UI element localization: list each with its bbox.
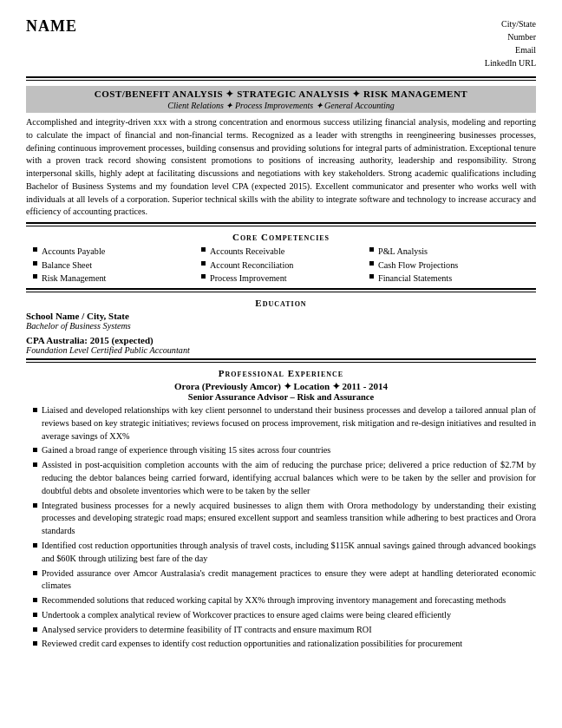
bullet-icon	[33, 274, 37, 279]
bullet-icon	[369, 261, 374, 266]
bullet-icon	[369, 274, 374, 279]
bullet-item: Analysed service providers to determine …	[33, 624, 536, 637]
competency-label: P&L Analysis	[378, 245, 428, 258]
bullet-icon	[33, 261, 37, 266]
competency-label: Account Reconciliation	[210, 259, 293, 272]
experience-divider-top	[26, 358, 536, 360]
competency-col-1: Accounts Payable Balance Sheet Risk Mana…	[33, 245, 193, 285]
bullet-icon	[33, 613, 37, 617]
competency-item: Financial Statements	[369, 272, 529, 285]
competency-item: Balance Sheet	[33, 259, 193, 272]
competency-label: Balance Sheet	[42, 259, 92, 272]
job-role: Senior Assurance Advisor – Risk and Assu…	[26, 392, 536, 402]
bullet-item: Integrated business processes for a newl…	[33, 500, 536, 538]
summary-text: Accomplished and integrity-driven xxx wi…	[26, 116, 536, 219]
competency-label: Accounts Payable	[42, 245, 105, 258]
bullet-item: Gained a broad range of experience throu…	[33, 444, 536, 457]
header-divider-top	[26, 76, 536, 78]
email: Email	[485, 43, 536, 56]
competency-label: Cash Flow Projections	[378, 259, 458, 272]
name-block: NAME	[26, 17, 77, 36]
bullet-icon	[33, 627, 37, 632]
bullet-icon	[33, 462, 37, 467]
bullet-text: Integrated business processes for a newl…	[42, 500, 536, 538]
contact-block: City/State Number Email LinkedIn URL	[485, 17, 536, 69]
cert-title: CPA Australia: 2015 (expected)	[26, 335, 536, 345]
bullet-item: Provided assurance over Amcor Australasi…	[33, 567, 536, 594]
bullet-text: Reviewed credit card expenses to identif…	[42, 638, 462, 651]
bullet-icon	[201, 247, 206, 252]
competencies-section: Core Competencies Accounts Payable Balan…	[26, 232, 536, 285]
cert-detail: Foundation Level Certified Public Accoun…	[26, 345, 536, 355]
competency-col-3: P&L Analysis Cash Flow Projections Finan…	[369, 245, 529, 285]
competency-item: P&L Analysis	[369, 245, 529, 258]
summary-banner: Cost/Benefit Analysis ✦ Strategic Analys…	[26, 86, 536, 113]
bullet-icon	[201, 261, 206, 266]
job-company: Orora (Previously Amcor) ✦ Location ✦ 20…	[26, 381, 536, 392]
bullet-item: Liaised and developed relationships with…	[33, 404, 536, 443]
banner-main-title: Cost/Benefit Analysis ✦ Strategic Analys…	[31, 89, 531, 100]
experience-divider-bottom	[26, 362, 536, 363]
bullet-text: Assisted in post-acquisition completion …	[42, 459, 536, 497]
competencies-divider-bottom	[26, 226, 536, 226]
bullet-icon	[33, 503, 37, 508]
resume-name: NAME	[26, 17, 77, 36]
bullet-text: Identified cost reduction opportunities …	[42, 540, 536, 566]
linkedin-url: LinkedIn URL	[485, 56, 536, 69]
experience-heading: Professional Experience	[26, 368, 536, 378]
bullet-icon	[33, 448, 37, 452]
competency-item: Account Reconciliation	[201, 259, 361, 272]
bullet-icon	[33, 247, 37, 252]
competency-item: Accounts Payable	[33, 245, 193, 258]
bullet-text: Undertook a complex analytical review of…	[42, 609, 451, 622]
competency-label: Accounts Receivable	[210, 245, 284, 258]
education-divider-top	[26, 288, 536, 290]
header-divider-bottom	[26, 80, 536, 81]
competencies-divider-top	[26, 222, 536, 224]
phone-number: Number	[485, 30, 536, 43]
education-heading: Education	[26, 298, 536, 308]
competency-label: Risk Management	[42, 272, 106, 285]
bullet-text: Provided assurance over Amcor Australasi…	[42, 567, 536, 594]
banner-sub-title: Client Relations ✦ Process Improvements …	[31, 101, 531, 110]
job-bullets: Liaised and developed relationships with…	[33, 404, 536, 651]
city-state: City/State	[485, 17, 536, 30]
bullet-icon	[33, 571, 37, 575]
school-name: School Name / City, State	[26, 311, 536, 321]
bullet-icon	[33, 543, 37, 548]
competency-label: Process Improvement	[210, 272, 287, 285]
education-divider-bottom	[26, 292, 536, 292]
bullet-item: Assisted in post-acquisition completion …	[33, 459, 536, 497]
bullet-icon	[33, 408, 37, 412]
bullet-item: Undertook a complex analytical review of…	[33, 609, 536, 622]
experience-section: Professional Experience Orora (Previousl…	[26, 368, 536, 651]
competency-item: Process Improvement	[201, 272, 361, 285]
bullet-item: Identified cost reduction opportunities …	[33, 540, 536, 566]
bullet-icon	[33, 598, 37, 602]
bullet-icon	[369, 247, 374, 252]
bullet-text: Gained a broad range of experience throu…	[42, 444, 330, 457]
education-section: Education School Name / City, State Bach…	[26, 298, 536, 355]
bullet-text: Analysed service providers to determine …	[42, 624, 372, 637]
header: NAME City/State Number Email LinkedIn UR…	[26, 17, 536, 69]
bullet-text: Liaised and developed relationships with…	[42, 404, 536, 443]
competency-label: Financial Statements	[378, 272, 452, 285]
competencies-heading: Core Competencies	[26, 232, 536, 242]
bullet-item: Reviewed credit card expenses to identif…	[33, 638, 536, 651]
bullet-icon	[33, 641, 37, 646]
school-degree: Bachelor of Business Systems	[26, 321, 536, 331]
bullet-icon	[201, 274, 206, 279]
bullet-text: Recommended solutions that reduced worki…	[42, 594, 506, 607]
competencies-grid: Accounts Payable Balance Sheet Risk Mana…	[33, 245, 529, 285]
competency-item: Risk Management	[33, 272, 193, 285]
competency-col-2: Accounts Receivable Account Reconciliati…	[201, 245, 361, 285]
competency-item: Accounts Receivable	[201, 245, 361, 258]
competency-item: Cash Flow Projections	[369, 259, 529, 272]
bullet-item: Recommended solutions that reduced worki…	[33, 594, 536, 607]
